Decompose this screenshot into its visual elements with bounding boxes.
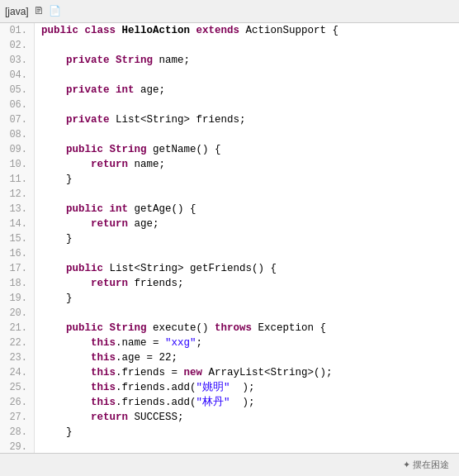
token-plain: getAge() { bbox=[135, 203, 196, 215]
line-num: 16. bbox=[7, 246, 27, 261]
code-line bbox=[41, 246, 452, 261]
token-plain: name; bbox=[159, 55, 191, 66]
line-num: 24. bbox=[7, 365, 27, 380]
code-line: return SUCCESS; bbox=[41, 410, 452, 425]
token-plain bbox=[41, 263, 66, 274]
code-line: return friends; bbox=[41, 276, 452, 291]
code-line bbox=[41, 187, 452, 202]
token-plain: ; bbox=[196, 337, 203, 349]
code-line bbox=[41, 68, 452, 83]
line-num: 14. bbox=[7, 217, 27, 231]
tab-label: [java] bbox=[5, 6, 29, 17]
code-line: return name; bbox=[41, 157, 452, 172]
token-plain: .name = bbox=[116, 337, 165, 349]
token-plain: ArrayList<String>(); bbox=[209, 367, 333, 378]
code-line: return age; bbox=[41, 217, 452, 231]
code-line: public String getName() { bbox=[41, 142, 452, 157]
token-plain bbox=[41, 382, 91, 393]
token-kw: private bbox=[66, 114, 116, 126]
editor-container: [java] 🖹 📄 01.02.03.04.05.06.07.08.09.10… bbox=[0, 0, 459, 476]
line-num: 21. bbox=[7, 321, 27, 336]
line-num: 03. bbox=[7, 53, 27, 68]
token-parent: ActionSupport { bbox=[246, 25, 339, 36]
token-plain bbox=[41, 159, 91, 170]
token-plain: } bbox=[41, 293, 73, 304]
token-string: "xxg" bbox=[165, 337, 196, 349]
code-line bbox=[41, 306, 452, 321]
token-plain: } bbox=[41, 426, 73, 438]
token-plain: execute() bbox=[153, 322, 215, 334]
line-num: 13. bbox=[7, 202, 27, 217]
token-plain bbox=[41, 397, 91, 408]
token-plain: ); bbox=[230, 382, 255, 393]
token-plain: friends; bbox=[135, 278, 184, 289]
code-line: public List<String> getFriends() { bbox=[41, 261, 452, 276]
code-line: } bbox=[41, 291, 452, 306]
token-kw: public bbox=[66, 263, 110, 274]
token-kw: public bbox=[66, 322, 110, 334]
code-line: this.friends.add("姚明" ); bbox=[41, 380, 452, 395]
code-line: private int age; bbox=[41, 83, 452, 98]
line-num: 10. bbox=[7, 157, 27, 172]
token-plain: List<String> friends; bbox=[116, 114, 246, 126]
code-line: } bbox=[41, 231, 452, 246]
token-plain bbox=[41, 144, 66, 155]
line-num: 19. bbox=[7, 291, 27, 306]
token-kw: extends bbox=[196, 25, 246, 36]
token-plain: } bbox=[41, 174, 73, 185]
line-num: 27. bbox=[7, 410, 27, 425]
token-kw: private bbox=[66, 84, 116, 96]
token-plain: age; bbox=[140, 84, 165, 96]
token-kw: this bbox=[91, 397, 116, 408]
token-kw: public bbox=[41, 25, 85, 36]
code-line: this.friends.add("林丹" ); bbox=[41, 395, 452, 410]
token-plain: .age = 22; bbox=[116, 352, 177, 364]
code-line: } bbox=[41, 172, 452, 187]
token-plain: .friends.add( bbox=[116, 397, 196, 408]
line-num: 08. bbox=[7, 127, 27, 142]
line-num: 17. bbox=[7, 261, 27, 276]
token-kw: private bbox=[66, 55, 116, 66]
token-plain: .friends.add( bbox=[116, 382, 196, 393]
line-num: 26. bbox=[7, 395, 27, 410]
token-plain: age; bbox=[135, 218, 159, 230]
token-plain: SUCCESS; bbox=[135, 412, 184, 423]
line-numbers: 01.02.03.04.05.06.07.08.09.10.11.12.13.1… bbox=[0, 23, 35, 453]
token-plain: List<String> getFriends() { bbox=[110, 263, 277, 274]
code-line bbox=[41, 440, 452, 453]
code-area: 01.02.03.04.05.06.07.08.09.10.11.12.13.1… bbox=[0, 23, 459, 453]
code-line: this.name = "xxg"; bbox=[41, 336, 452, 350]
token-plain bbox=[41, 218, 91, 230]
token-plain bbox=[41, 203, 66, 215]
token-plain: } bbox=[41, 233, 73, 245]
token-plain bbox=[41, 352, 91, 364]
token-kw: public bbox=[66, 203, 110, 215]
token-kw: int bbox=[116, 84, 140, 96]
token-plain bbox=[41, 84, 66, 96]
code-line: public class HelloAction extends ActionS… bbox=[41, 23, 452, 38]
watermark: ✦ 摆在困途 bbox=[403, 459, 449, 471]
line-num: 28. bbox=[7, 425, 27, 440]
line-num: 12. bbox=[7, 187, 27, 202]
bottom-bar: ✦ 摆在困途 bbox=[0, 453, 459, 476]
file-icon-2[interactable]: 📄 bbox=[49, 5, 61, 17]
line-num: 11. bbox=[7, 172, 27, 187]
token-throws-kw: throws bbox=[215, 322, 258, 334]
line-num: 15. bbox=[7, 231, 27, 246]
token-plain bbox=[41, 278, 91, 289]
token-kw: public bbox=[66, 144, 110, 155]
code-line bbox=[41, 127, 452, 142]
code-lines: public class HelloAction extends ActionS… bbox=[35, 23, 459, 453]
code-line bbox=[41, 98, 452, 112]
file-icon-1[interactable]: 🖹 bbox=[34, 5, 44, 17]
token-plain bbox=[41, 322, 66, 334]
line-num: 25. bbox=[7, 380, 27, 395]
line-num: 07. bbox=[7, 112, 27, 127]
code-line: private String name; bbox=[41, 53, 452, 68]
token-plain bbox=[41, 114, 66, 126]
line-num: 06. bbox=[7, 98, 27, 112]
token-plain bbox=[41, 367, 91, 378]
token-kw: this bbox=[91, 367, 116, 378]
line-num: 22. bbox=[7, 336, 27, 350]
token-kw: String bbox=[110, 144, 154, 155]
